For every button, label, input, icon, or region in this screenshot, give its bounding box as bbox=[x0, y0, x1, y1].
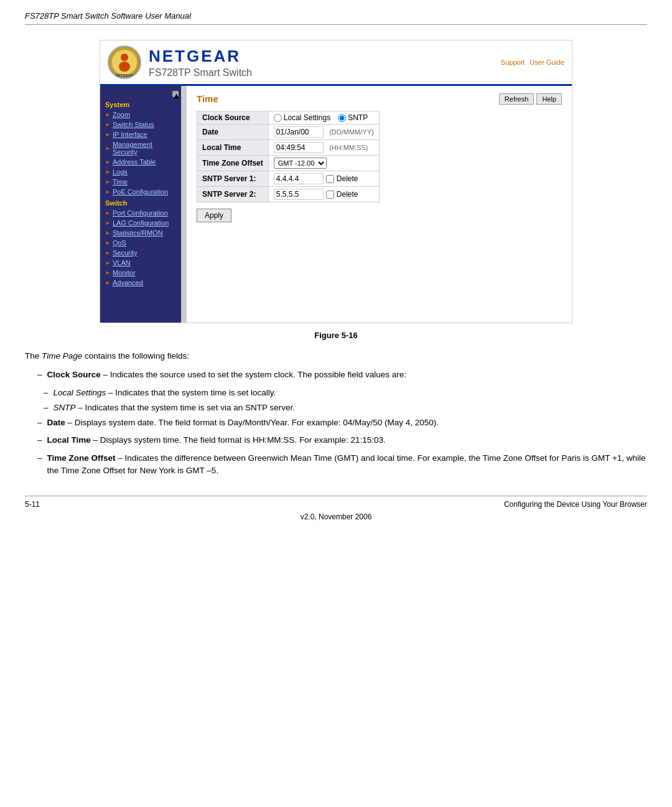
bullet-icon: ► bbox=[105, 250, 111, 256]
sidebar-link-mgmt-security[interactable]: Management Security bbox=[113, 141, 176, 156]
sidebar-link-stats-rmon[interactable]: Statistics/RMON bbox=[113, 229, 163, 237]
local-settings-desc: – Local Settings – Indicates that the sy… bbox=[44, 387, 647, 399]
local-time-input[interactable] bbox=[274, 142, 324, 153]
sidebar-item-lag-config[interactable]: ► LAG Configuration bbox=[100, 218, 181, 228]
footer-left: 5-11 bbox=[25, 500, 40, 509]
sntp2-delete-checkbox[interactable] bbox=[326, 191, 334, 199]
local-time-desc: – Local Time – Displays system time. The… bbox=[25, 434, 647, 446]
apply-button[interactable]: Apply bbox=[197, 209, 231, 222]
sidebar-item-time[interactable]: ► Time bbox=[100, 177, 181, 187]
sidebar-link-monitor[interactable]: Monitor bbox=[113, 269, 136, 276]
bullet-icon: ► bbox=[105, 240, 111, 246]
radio-local-settings[interactable] bbox=[274, 114, 282, 122]
sidebar-item-zoom[interactable]: ► Zoom bbox=[100, 110, 181, 120]
sidebar-item-mgmt-security[interactable]: ► Management Security bbox=[100, 139, 181, 157]
bullet-icon: ► bbox=[105, 220, 111, 226]
sidebar-item-vlan[interactable]: ► VLAN bbox=[100, 258, 181, 268]
radio-sntp-text: SNTP bbox=[348, 113, 368, 122]
footer-right: Configuring the Device Using Your Browse… bbox=[504, 500, 647, 509]
bullet-icon: ► bbox=[105, 189, 111, 195]
sidebar-item-address-table[interactable]: ► Address Table bbox=[100, 157, 181, 167]
doc-header-title: FS728TP Smart Switch Software User Manua… bbox=[25, 11, 191, 21]
radio-sntp[interactable] bbox=[338, 114, 346, 122]
brand-name: NETGEAR bbox=[149, 47, 252, 66]
sidebar-link-time[interactable]: Time bbox=[113, 178, 128, 186]
sidebar-item-advanced[interactable]: ► Advanced bbox=[100, 278, 181, 288]
doc-footer: 5-11 Configuring the Device Using Your B… bbox=[25, 496, 647, 509]
bullet-icon: ► bbox=[105, 270, 111, 276]
sidebar-item-monitor[interactable]: ► Monitor bbox=[100, 268, 181, 278]
bullet-icon: ► bbox=[105, 169, 111, 175]
radio-local-text: Local Settings bbox=[284, 113, 330, 122]
sntp1-delete-checkbox[interactable] bbox=[326, 175, 334, 183]
ng-body: ▲ System ► Zoom ► Switch Status ► IP Int… bbox=[100, 86, 572, 323]
ng-header: NETGEAR NETGEAR FS728TP Smart Switch Sup… bbox=[100, 40, 572, 86]
ng-content: Time Refresh Help Clock Source bbox=[186, 86, 572, 323]
sntp1-delete-label: Delete bbox=[337, 174, 358, 183]
user-guide-link[interactable]: User Guide bbox=[530, 59, 564, 66]
sidebar-item-logs[interactable]: ► Logs bbox=[100, 167, 181, 177]
sntp2-label: SNTP Server 2: bbox=[197, 187, 269, 202]
content-toolbar: Refresh Help bbox=[499, 93, 562, 105]
sidebar-link-port-config[interactable]: Port Configuration bbox=[113, 209, 168, 217]
date-input[interactable] bbox=[274, 126, 324, 138]
bullet-icon: ► bbox=[105, 179, 111, 185]
sidebar-item-qos[interactable]: ► QoS bbox=[100, 238, 181, 248]
sidebar-scrollbar[interactable] bbox=[181, 86, 186, 323]
sntp1-input[interactable] bbox=[274, 173, 324, 184]
fields-description-list: – Clock Source – Indicates the source us… bbox=[25, 369, 647, 477]
sidebar-link-logs[interactable]: Logs bbox=[113, 168, 128, 176]
bullet-icon: ► bbox=[105, 210, 111, 216]
sidebar-link-switch-status[interactable]: Switch Status bbox=[113, 121, 154, 128]
sntp1-group: Delete bbox=[274, 173, 374, 184]
sidebar-link-advanced[interactable]: Advanced bbox=[113, 279, 143, 286]
sidebar-item-switch-status[interactable]: ► Switch Status bbox=[100, 120, 181, 130]
radio-local-label[interactable]: Local Settings bbox=[274, 113, 330, 122]
sntp2-input[interactable] bbox=[274, 189, 324, 200]
sidebar-item-stats-rmon[interactable]: ► Statistics/RMON bbox=[100, 228, 181, 238]
help-button[interactable]: Help bbox=[536, 93, 562, 105]
ng-brand: NETGEAR FS728TP Smart Switch bbox=[149, 47, 252, 78]
clock-source-desc: – Clock Source – Indicates the source us… bbox=[25, 369, 647, 381]
sidebar-item-ip-interface[interactable]: ► IP Interface bbox=[100, 130, 181, 139]
bullet-icon: ► bbox=[105, 280, 111, 286]
sidebar-item-port-config[interactable]: ► Port Configuration bbox=[100, 208, 181, 218]
sntp2-group: Delete bbox=[274, 189, 374, 200]
radio-sntp-label[interactable]: SNTP bbox=[338, 113, 368, 122]
bullet-icon: ► bbox=[105, 112, 111, 118]
sidebar-item-security[interactable]: ► Security bbox=[100, 248, 181, 258]
sidebar-link-zoom[interactable]: Zoom bbox=[113, 111, 130, 118]
date-row: Date (DD/MMM/YY) bbox=[197, 125, 380, 140]
sidebar-link-poe-config[interactable]: PoE Configuration bbox=[113, 188, 168, 196]
screenshot-container: NETGEAR NETGEAR FS728TP Smart Switch Sup… bbox=[100, 40, 572, 323]
bullet-icon: ► bbox=[105, 230, 111, 236]
body-intro: The Time Page contains the following fie… bbox=[25, 350, 647, 362]
figure-label: Figure 5-16 bbox=[25, 331, 647, 340]
sidebar-link-ip-interface[interactable]: IP Interface bbox=[113, 131, 147, 138]
ng-header-links: Support User Guide bbox=[501, 59, 564, 66]
sidebar-link-address-table[interactable]: Address Table bbox=[113, 158, 156, 166]
sntp2-value-cell: Delete bbox=[268, 187, 379, 202]
footer-center: v2.0, November 2006 bbox=[25, 512, 647, 521]
scroll-up-indicator[interactable]: ▲ bbox=[172, 91, 179, 97]
sidebar-link-lag-config[interactable]: LAG Configuration bbox=[113, 219, 169, 227]
sntp2-delete-label: Delete bbox=[337, 190, 358, 199]
sidebar-system-label: System bbox=[100, 98, 181, 110]
clock-source-sub-list: – Local Settings – Indicates that the sy… bbox=[44, 387, 647, 415]
sntp2-row: SNTP Server 2: Delete bbox=[197, 187, 380, 202]
sidebar-item-poe-config[interactable]: ► PoE Configuration bbox=[100, 187, 181, 197]
refresh-button[interactable]: Refresh bbox=[499, 93, 534, 105]
support-link[interactable]: Support bbox=[501, 59, 525, 66]
sidebar-link-vlan[interactable]: VLAN bbox=[113, 259, 131, 267]
date-hint: (DD/MMM/YY) bbox=[329, 128, 374, 136]
tz-offset-select[interactable]: GMT -12.00 bbox=[274, 158, 327, 169]
clock-source-radio-group: Local Settings SNTP bbox=[274, 113, 374, 122]
sidebar-link-security[interactable]: Security bbox=[113, 249, 138, 257]
sidebar-link-qos[interactable]: QoS bbox=[113, 239, 126, 247]
svg-text:NETGEAR: NETGEAR bbox=[115, 73, 134, 77]
bullet-icon: ► bbox=[105, 122, 111, 128]
bullet-icon: ► bbox=[105, 159, 111, 165]
local-time-row: Local Time (HH:MM:SS) bbox=[197, 140, 380, 156]
sntp1-row: SNTP Server 1: Delete bbox=[197, 171, 380, 187]
doc-header: FS728TP Smart Switch Software User Manua… bbox=[25, 11, 647, 21]
